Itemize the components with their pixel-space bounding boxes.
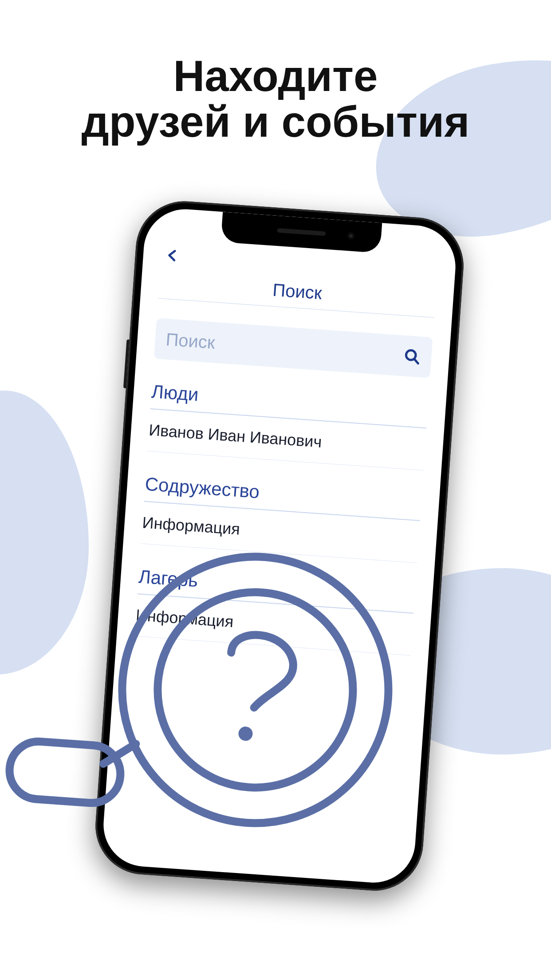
magnifier-illustration	[0, 526, 460, 921]
marketing-headline: Находите друзей и события	[0, 53, 551, 145]
svg-line-1	[414, 359, 418, 364]
arrow-left-icon	[164, 247, 181, 264]
svg-point-3	[151, 586, 360, 794]
headline-line-1: Находите	[0, 53, 551, 99]
svg-rect-5	[8, 739, 122, 805]
search-icon	[402, 347, 421, 366]
svg-point-4	[238, 726, 253, 741]
back-button[interactable]	[160, 243, 185, 268]
page-title: Поиск	[158, 272, 436, 317]
search-input[interactable]	[165, 329, 404, 366]
headline-line-2: друзей и события	[0, 99, 551, 145]
search-input-container[interactable]	[154, 318, 433, 378]
section-people: Люди Иванов Иван Иванович	[147, 381, 429, 470]
list-item-label: Информация	[142, 513, 240, 538]
app-header: Поиск	[158, 236, 438, 317]
list-item-label: Иванов Иван Иванович	[148, 421, 323, 451]
